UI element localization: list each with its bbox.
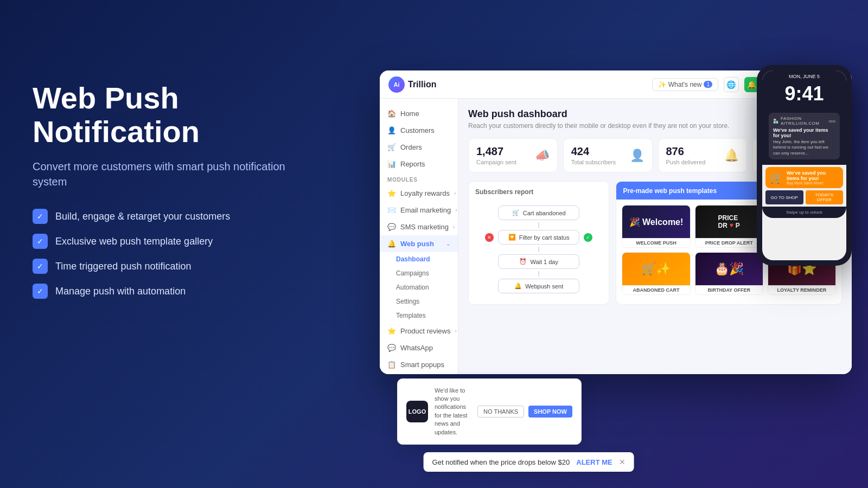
check-icon-4: ✓ — [33, 284, 48, 299]
subscribers-report-panel: Subscribers report 🛒 Cart abandoned 🔽 — [468, 181, 609, 305]
sidebar-sub-templates[interactable]: Templates — [380, 309, 458, 323]
whatsapp-icon: 💬 — [387, 344, 396, 352]
hero-title: Web Push Notification — [33, 81, 293, 148]
filter-icon: 🔽 — [508, 234, 516, 241]
todays-offer-button[interactable]: TODAY'S OFFER — [806, 190, 844, 204]
sidebar-label-loyalty: Loyalty rewards — [400, 189, 450, 197]
go-to-shop-button[interactable]: GO TO SHOP — [765, 190, 803, 204]
flow-node-cart: 🛒 Cart abandoned — [498, 206, 579, 220]
template-img-cart: 🛒✨ — [622, 253, 690, 285]
phone-cart-action-buttons: GO TO SHOP TODAY'S OFFER — [765, 190, 843, 204]
sidebar-sub-settings[interactable]: Settings — [380, 294, 458, 309]
alert-close-button[interactable]: ✕ — [619, 458, 626, 466]
sms-chevron: › — [453, 224, 455, 230]
webpush-chevron: ⌄ — [446, 241, 450, 247]
sidebar-label-smartpopups: Smart popups — [400, 361, 444, 369]
orders-icon: 🛒 — [387, 143, 396, 151]
phone-cart-notification: 🛒 We've saved you items for you! Buy Mor… — [765, 167, 843, 188]
sidebar-item-home[interactable]: 🏠 Home — [380, 105, 458, 122]
check-icon-2: ✓ — [33, 234, 48, 249]
translate-icon-button[interactable]: 🌐 — [724, 77, 739, 92]
logo-icon: Ai — [388, 76, 405, 93]
template-label-welcome: WELCOME PUSH — [622, 238, 690, 247]
clock-icon: ⏰ — [519, 258, 527, 265]
template-label-price: PRICE DROP ALERT — [695, 238, 763, 247]
sidebar-item-loyalty[interactable]: ⭐ Loyalty rewards › — [380, 185, 458, 202]
feature-item-2: ✓ Exclusive web push template gallery — [33, 234, 293, 249]
sidebar-item-reports[interactable]: 📊 Reports — [380, 156, 458, 172]
sidebar-item-customers[interactable]: 👤 Customers — [380, 122, 458, 139]
stat-card-subscribers: 424 Total subscribers 👤 — [563, 138, 653, 172]
template-label-birthday: BIRTHDAY OFFER — [695, 285, 763, 294]
feature-text-1: Build, engage & retarget your customers — [55, 211, 230, 222]
approve-badge: ✓ — [584, 233, 592, 242]
stat-number-subscribers: 424 — [571, 145, 616, 158]
check-icon-3: ✓ — [33, 259, 48, 274]
sidebar-item-orders[interactable]: 🛒 Orders — [380, 139, 458, 156]
sidebar-item-smartpopups[interactable]: 📋 Smart popups — [380, 356, 458, 373]
sidebar-label-webpush: Web push — [400, 240, 434, 248]
feature-item-4: ✓ Manage push with automation — [33, 284, 293, 299]
delivered-stat-icon: 🔔 — [724, 149, 739, 163]
subscribers-stat-icon: 👤 — [630, 149, 644, 163]
phone-time-display: 9:41 — [762, 80, 846, 107]
shop-now-button[interactable]: SHOP NOW — [528, 406, 572, 418]
stat-number-campaigns: 1,487 — [476, 145, 516, 158]
sidebar-label-customers: Customers — [400, 126, 435, 134]
cart-emoji-icon: 🛒 — [770, 171, 783, 184]
whats-new-button[interactable]: ✨ What's new 1 — [652, 78, 718, 91]
cart-notif-sub: Buy More Save More! — [787, 181, 839, 185]
alert-bar: Get notified when the price drops below … — [424, 452, 634, 472]
cart-icon: 🛒 — [512, 209, 520, 216]
stat-number-delivered: 876 — [666, 145, 706, 158]
sidebar-label-orders: Orders — [400, 143, 422, 151]
sidebar-sub-dashboard[interactable]: Dashboard — [380, 252, 458, 266]
phone-brand-label: FASHION AITRILLION.COM — [781, 116, 826, 126]
flow-node-sent: 🔔 Webpush sent — [498, 279, 579, 293]
brand-name: Trillion — [408, 80, 436, 89]
stat-card-delivered: 876 Push delivered 🔔 — [658, 138, 748, 172]
check-icon-1: ✓ — [33, 209, 48, 224]
notif-text: We'd like to show you notifications for … — [435, 387, 471, 436]
sparkle-icon: ✨ — [658, 81, 666, 88]
feature-text-4: Manage push with automation — [55, 286, 186, 297]
phone-notif-sub-text: Hey John, the item you left behind is ru… — [773, 139, 835, 156]
alert-me-button[interactable]: ALERT ME — [576, 458, 612, 466]
webpush-icon: 🔔 — [387, 240, 396, 248]
cart-notif-text-area: We've saved you items for you! Buy More … — [787, 170, 839, 185]
sidebar-item-webpush[interactable]: 🔔 Web push ⌄ — [380, 235, 458, 252]
sidebar-item-email[interactable]: ✉️ Email marketing › — [380, 202, 458, 219]
email-chevron: › — [455, 207, 457, 213]
sidebar-label-sms: SMS marketing — [400, 223, 449, 231]
flow-node-filter: 🔽 Filter by cart status — [498, 230, 579, 245]
template-img-price: PRICEDR🔻P — [695, 206, 763, 238]
template-card-cart[interactable]: 🛒✨ ABANDONED CART — [622, 252, 690, 295]
phone-notif-new-badge: new — [828, 119, 835, 123]
notif-actions: NO THANKS SHOP NOW — [477, 406, 572, 418]
sidebar-sub-automation[interactable]: Automation — [380, 280, 458, 294]
reviews-icon: ⭐ — [387, 327, 396, 335]
phone-notif-header: 🏪 FASHION AITRILLION.COM new — [773, 116, 835, 126]
phone-swipe-hint: Swipe up to unlock — [762, 207, 846, 218]
sms-icon: 💬 — [387, 223, 396, 231]
sidebar-item-sms[interactable]: 💬 SMS marketing › — [380, 219, 458, 235]
sidebar-label-home: Home — [400, 110, 419, 118]
feature-text-2: Exclusive web push template gallery — [55, 236, 213, 247]
sidebar-label-reports: Reports — [400, 160, 425, 168]
sidebar-item-whatsapp[interactable]: 💬 WhatsApp — [380, 339, 458, 356]
sidebar-item-reviews[interactable]: ⭐ Product reviews › — [380, 323, 458, 339]
customers-icon: 👤 — [387, 126, 396, 134]
phone-notification-push: 🏪 FASHION AITRILLION.COM new We've saved… — [769, 113, 840, 159]
notification-popup: LOGO We'd like to show you notifications… — [397, 378, 582, 445]
templates-header-title: Pre-made web push templates — [623, 187, 717, 195]
template-card-birthday[interactable]: 🎂🎉 BIRTHDAY OFFER — [695, 252, 763, 295]
sidebar-item-recommendations[interactable]: 🔄 Product recom... — [380, 373, 458, 374]
template-card-price[interactable]: PRICEDR🔻P PRICE DROP ALERT — [695, 205, 763, 248]
feature-item-3: ✓ Time triggered push notification — [33, 259, 293, 274]
no-thanks-button[interactable]: NO THANKS — [477, 406, 524, 418]
feature-item-1: ✓ Build, engage & retarget your customer… — [33, 209, 293, 224]
notif-logo: LOGO — [406, 401, 428, 422]
template-card-welcome[interactable]: 🎉 Welcome! WELCOME PUSH — [622, 205, 690, 248]
reports-icon: 📊 — [387, 160, 396, 168]
sidebar-sub-campaigns[interactable]: Campaigns — [380, 266, 458, 280]
